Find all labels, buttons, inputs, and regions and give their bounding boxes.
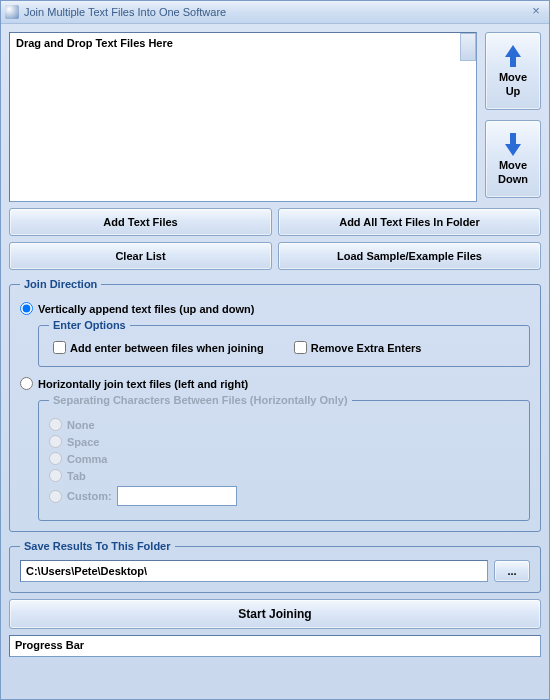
add-enter-checkbox[interactable] — [53, 341, 66, 354]
sep-custom-row: Custom: — [49, 486, 519, 506]
vertical-radio[interactable] — [20, 302, 33, 315]
save-folder-row: ... — [20, 560, 530, 582]
progress-label: Progress Bar — [15, 639, 84, 651]
file-list-placeholder: Drag and Drop Text Files Here — [16, 37, 173, 49]
clear-list-button[interactable]: Clear List — [9, 242, 272, 270]
remove-extra-label: Remove Extra Enters — [311, 342, 422, 354]
sep-none-row: None — [49, 418, 519, 431]
add-enter-label: Add enter between files when joining — [70, 342, 264, 354]
file-list[interactable]: Drag and Drop Text Files Here — [9, 32, 477, 202]
enter-options-legend: Enter Options — [49, 319, 130, 331]
browse-button[interactable]: ... — [494, 560, 530, 582]
add-folder-button[interactable]: Add All Text Files In Folder — [278, 208, 541, 236]
top-row: Drag and Drop Text Files Here Move Up Mo… — [9, 32, 541, 202]
sep-none-radio — [49, 418, 62, 431]
sep-tab-radio — [49, 469, 62, 482]
sep-space-radio — [49, 435, 62, 448]
enter-options-group: Enter Options Add enter between files wh… — [38, 319, 530, 367]
content-area: Drag and Drop Text Files Here Move Up Mo… — [1, 24, 549, 699]
titlebar: Join Multiple Text Files Into One Softwa… — [1, 1, 549, 24]
sep-custom-label: Custom: — [67, 490, 112, 502]
action-button-grid: Add Text Files Add All Text Files In Fol… — [9, 208, 541, 270]
sep-tab-row: Tab — [49, 469, 519, 482]
arrow-down-icon — [503, 133, 523, 157]
arrow-up-icon — [503, 45, 523, 69]
horizontal-radio-label: Horizontally join text files (left and r… — [38, 378, 248, 390]
progress-bar: Progress Bar — [9, 635, 541, 657]
sep-comma-label: Comma — [67, 453, 107, 465]
move-down-button[interactable]: Move Down — [485, 120, 541, 198]
sep-none-label: None — [67, 419, 95, 431]
join-direction-group: Join Direction Vertically append text fi… — [9, 278, 541, 532]
save-path-input[interactable] — [20, 560, 488, 582]
main-window: Join Multiple Text Files Into One Softwa… — [0, 0, 550, 700]
add-files-button[interactable]: Add Text Files — [9, 208, 272, 236]
enter-options-row: Add enter between files when joining Rem… — [49, 339, 519, 356]
move-up-label-2: Up — [506, 85, 521, 97]
join-direction-legend: Join Direction — [20, 278, 101, 290]
save-folder-group: Save Results To This Folder ... — [9, 540, 541, 593]
separating-legend: Separating Characters Between Files (Hor… — [49, 394, 352, 406]
sep-tab-label: Tab — [67, 470, 86, 482]
add-enter-check-row[interactable]: Add enter between files when joining — [53, 341, 264, 354]
scrollbar[interactable] — [460, 33, 476, 61]
app-icon — [5, 5, 19, 19]
vertical-radio-row[interactable]: Vertically append text files (up and dow… — [20, 302, 530, 315]
load-sample-button[interactable]: Load Sample/Example Files — [278, 242, 541, 270]
sep-custom-input — [117, 486, 237, 506]
horizontal-radio-row[interactable]: Horizontally join text files (left and r… — [20, 377, 530, 390]
sep-comma-radio — [49, 452, 62, 465]
move-up-button[interactable]: Move Up — [485, 32, 541, 110]
remove-extra-checkbox[interactable] — [294, 341, 307, 354]
save-folder-legend: Save Results To This Folder — [20, 540, 175, 552]
move-buttons: Move Up Move Down — [485, 32, 541, 202]
remove-extra-check-row[interactable]: Remove Extra Enters — [294, 341, 422, 354]
window-title: Join Multiple Text Files Into One Softwa… — [24, 6, 527, 18]
move-down-label-2: Down — [498, 173, 528, 185]
horizontal-radio[interactable] — [20, 377, 33, 390]
vertical-radio-label: Vertically append text files (up and dow… — [38, 303, 254, 315]
sep-space-row: Space — [49, 435, 519, 448]
close-icon[interactable]: × — [527, 4, 545, 20]
separating-group: Separating Characters Between Files (Hor… — [38, 394, 530, 521]
sep-space-label: Space — [67, 436, 99, 448]
start-joining-button[interactable]: Start Joining — [9, 599, 541, 629]
sep-custom-radio — [49, 490, 62, 503]
move-up-label-1: Move — [499, 71, 527, 83]
sep-comma-row: Comma — [49, 452, 519, 465]
move-down-label-1: Move — [499, 159, 527, 171]
